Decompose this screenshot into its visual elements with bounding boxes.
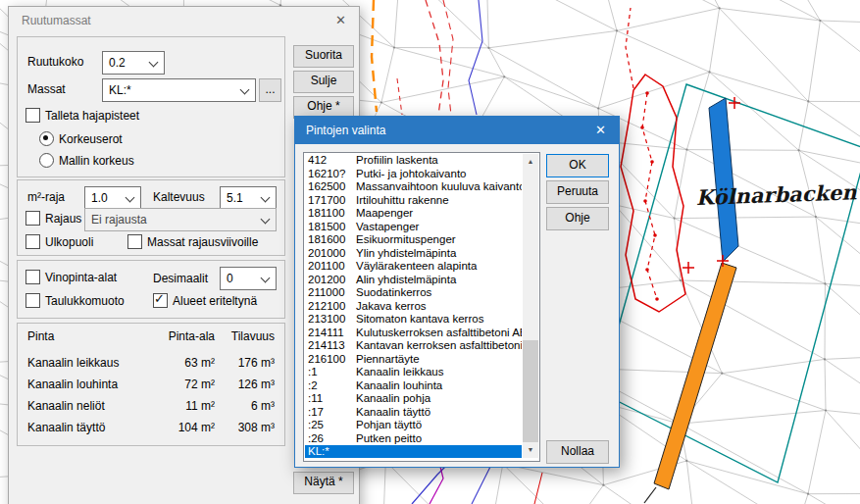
checkbox-box	[25, 234, 40, 249]
checkbox-label: Taulukkomuoto	[45, 294, 125, 308]
list-item[interactable]: 216100Piennartäyte	[305, 353, 522, 367]
dialog-title: Ruutumassat	[22, 14, 91, 27]
table-header-cell: Tilavuus	[231, 329, 275, 343]
list-item-code: 214113	[308, 339, 356, 353]
blue-line-top	[469, 0, 482, 115]
list-item-code: 162500	[308, 180, 356, 194]
desimaalit-select[interactable]: 0	[220, 267, 277, 290]
list-item-code: 181600	[308, 233, 356, 247]
group-options: Vinopinta-alat Desimaalit 0 Taulukkomuot…	[17, 260, 285, 319]
close-icon[interactable]: ✕	[335, 13, 346, 27]
massat-browse-button[interactable]: ...	[259, 78, 281, 102]
massat-rajausviivoille-checkbox[interactable]: Massat rajausviivoille	[127, 234, 258, 249]
alueet-eriteltyna-checkbox[interactable]: Alueet eriteltynä	[153, 293, 257, 308]
red-dashed-extension	[626, 8, 633, 88]
list-item[interactable]: 181100Maapenger	[305, 207, 522, 221]
rajaus-select[interactable]: Ei rajausta	[84, 208, 277, 231]
ulkopuoli-checkbox[interactable]: Ulkopuoli	[25, 234, 93, 249]
map-place-label: Kölnarbacken	[695, 179, 857, 210]
ohje-button[interactable]: Ohje	[546, 207, 609, 230]
kaltevuus-select[interactable]: 5.1	[220, 186, 277, 210]
table-cell: 11 m²	[185, 399, 215, 413]
list-item-name: Pohjan täyttö	[356, 419, 422, 430]
table-row: Kanaalin louhinta72 m²126 m³	[18, 375, 284, 396]
talleta-hajapisteet-checkbox[interactable]: Talleta hajapisteet	[25, 108, 139, 123]
list-item-name: Kanaalin louhinta	[356, 379, 442, 391]
taulukkomuoto-checkbox[interactable]: Taulukkomuoto	[25, 293, 125, 308]
list-item-code: :17	[308, 406, 356, 420]
list-item[interactable]: :17Kanaalin täyttö	[305, 406, 522, 420]
list-item[interactable]: 213100Sitomaton kantava kerros	[305, 313, 522, 327]
list-item[interactable]: 212100Jakava kerros	[305, 300, 522, 314]
list-item-code: :25	[308, 419, 356, 432]
close-icon[interactable]: ✕	[595, 123, 606, 137]
surface-listbox[interactable]: 412Profiilin laskenta16210?Putki- ja joh…	[303, 152, 540, 462]
checkbox-label: Talleta hajapisteet	[45, 109, 139, 123]
list-item-code: :11	[308, 392, 356, 406]
vinopinta-alat-checkbox[interactable]: Vinopinta-alat	[25, 270, 117, 284]
chevron-down-icon	[261, 215, 271, 225]
list-item-name: Putken peitto	[356, 432, 422, 444]
kaltevuus-value: 5.1	[227, 191, 243, 205]
list-item[interactable]: 181600Esikuormituspenger	[305, 233, 522, 247]
ruutumassat-titlebar[interactable]: Ruutumassat ✕	[9, 7, 359, 34]
ruutukoko-select[interactable]: 0.2	[102, 51, 165, 75]
chevron-down-icon	[261, 193, 271, 203]
pintojen-valinta-titlebar[interactable]: Pintojen valinta ✕	[295, 117, 619, 144]
chevron-down-icon	[126, 193, 135, 203]
rajaus-checkbox[interactable]: Rajaus	[25, 211, 81, 226]
list-item-name: Kanaalin täyttö	[356, 406, 430, 418]
table-cell: Kanaalin täyttö	[27, 421, 105, 434]
list-item[interactable]: KL:*	[305, 445, 522, 458]
nollaa-button[interactable]: Nollaa	[546, 440, 609, 464]
table-header-cell: Pinta-ala	[169, 329, 215, 343]
nayta-button[interactable]: Näytä *	[293, 472, 354, 494]
table-cell: 63 m²	[184, 356, 215, 370]
list-item[interactable]: :26Putken peitto	[305, 432, 522, 446]
list-item[interactable]: 412Profiilin laskenta	[305, 154, 522, 168]
kaltevuus-label: Kaltevuus	[153, 190, 205, 204]
list-item[interactable]: 162500Massanvaihtoon kuuluva kaivanto	[305, 180, 522, 194]
sulje-button[interactable]: Sulje	[293, 71, 354, 93]
list-item[interactable]: 214111Kulutuskerroksen asfalttibetoni AB	[305, 327, 522, 340]
list-item[interactable]: :25Pohjan täyttö	[305, 419, 522, 432]
list-item-code: 201000	[308, 247, 356, 261]
scrollbar[interactable]: ▲ ▼	[523, 154, 538, 458]
m2raja-select[interactable]: 1.0	[84, 186, 141, 210]
table-cell: 72 m²	[184, 378, 215, 391]
chevron-down-icon	[149, 58, 159, 68]
list-item[interactable]: 201100Väylärakenteen alapinta	[305, 260, 522, 274]
list-item[interactable]: 201000Ylin yhdistelmäpinta	[305, 247, 522, 261]
checkbox-label: Vinopinta-alat	[45, 271, 117, 284]
list-item-code: KL:*	[308, 445, 356, 458]
list-item-code: 216100	[308, 353, 356, 367]
table-cell: 308 m³	[238, 421, 275, 434]
korkeuserot-radio[interactable]: Korkeuserot	[39, 131, 123, 146]
massat-table-rows: Kanaalin leikkaus63 m²176 m³Kanaalin lou…	[18, 353, 284, 439]
chevron-down-icon	[240, 85, 250, 95]
list-item[interactable]: :11Kanaalin pohja	[305, 392, 522, 406]
massat-value: KL:*	[109, 83, 131, 97]
mallin-korkeus-radio[interactable]: Mallin korkeus	[39, 153, 134, 168]
suorita-button[interactable]: Suorita	[293, 45, 354, 68]
list-item[interactable]: :1Kanaalin leikkaus	[305, 366, 522, 379]
list-item[interactable]: :2Kanaalin louhinta	[305, 379, 522, 393]
list-item[interactable]: 16210?Putki- ja johtokaivanto	[305, 168, 522, 181]
list-item-code: 211000	[308, 286, 356, 300]
list-item-name: Piennartäyte	[356, 353, 420, 365]
list-item[interactable]: 171700Irtilouhittu rakenne	[305, 194, 522, 208]
scrollbar-thumb[interactable]	[523, 340, 538, 442]
list-item[interactable]: 214113Kantavan kerroksen asfalttibetoni	[305, 339, 522, 353]
scroll-up-icon[interactable]: ▲	[523, 154, 538, 170]
radio-label: Korkeuserot	[59, 132, 123, 146]
list-item[interactable]: 211000Suodatinkerros	[305, 286, 522, 300]
list-item[interactable]: 181500Vastapenger	[305, 221, 522, 234]
peruuta-button[interactable]: Peruuta	[546, 180, 609, 204]
ok-button[interactable]: OK	[546, 154, 609, 177]
list-item[interactable]: 201200Alin yhdistelmäpinta	[305, 274, 522, 287]
scroll-down-icon[interactable]: ▼	[523, 442, 538, 458]
list-item-name: Putki- ja johtokaivanto	[356, 168, 467, 179]
checkbox-label: Rajaus	[45, 212, 81, 226]
massat-select[interactable]: KL:*	[102, 78, 256, 102]
list-item-name: Kantavan kerroksen asfalttibetoni	[356, 339, 522, 351]
